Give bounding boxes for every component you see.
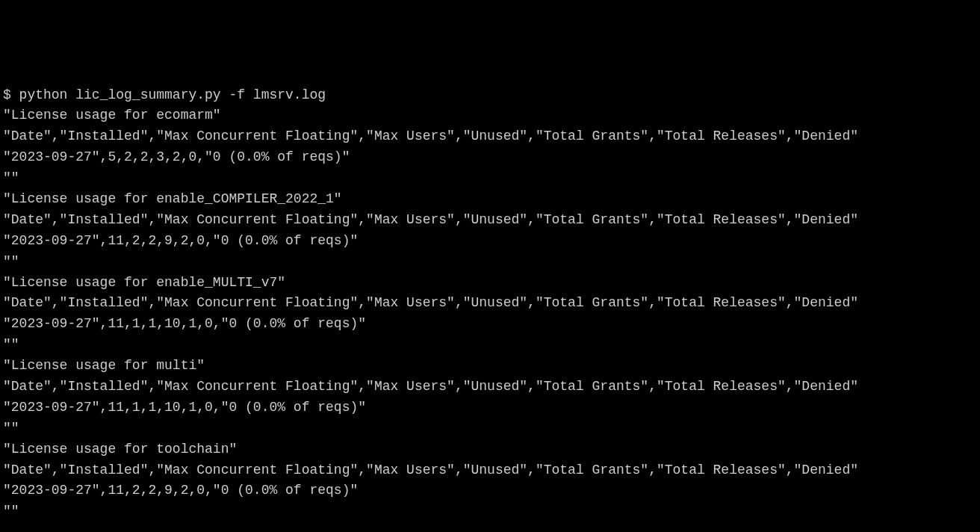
output-line: "2023-09-27",11,1,1,10,1,0,"0 (0.0% of r… [3,314,977,335]
output-line: "2023-09-27",11,1,1,10,1,0,"0 (0.0% of r… [3,398,977,418]
command-line: $ python lic_log_summary.py -f lmsrv.log [3,85,977,106]
output-line: "License usage for enable_COMPILER_2022_… [3,189,977,210]
output-line: "" [3,335,977,356]
output-line: "Date","Installed","Max Concurrent Float… [3,377,977,398]
output-line: "Date","Installed","Max Concurrent Float… [3,126,977,147]
command-text: python lic_log_summary.py -f lmsrv.log [19,87,326,102]
output-line: "Date","Installed","Max Concurrent Float… [3,210,977,231]
output-line: "License usage for ecomarm" [3,105,977,126]
output-line: "Date","Installed","Max Concurrent Float… [3,460,977,481]
output-line: "Date","Installed","Max Concurrent Float… [3,293,977,314]
output-line: "2023-09-27",5,2,2,3,2,0,"0 (0.0% of req… [3,147,977,168]
output-line: "License usage for multi" [3,356,977,377]
output-line: "License usage for enable_MULTI_v7" [3,273,977,294]
output-line: "" [3,418,977,439]
output-line: "" [3,252,977,273]
output-line: "" [3,501,977,522]
terminal-output[interactable]: $ python lic_log_summary.py -f lmsrv.log… [3,85,977,523]
output-line: "2023-09-27",11,2,2,9,2,0,"0 (0.0% of re… [3,480,977,501]
output-line: "License usage for toolchain" [3,439,977,460]
output-line: "" [3,168,977,189]
output-line: "2023-09-27",11,2,2,9,2,0,"0 (0.0% of re… [3,231,977,252]
prompt: $ [3,87,19,102]
